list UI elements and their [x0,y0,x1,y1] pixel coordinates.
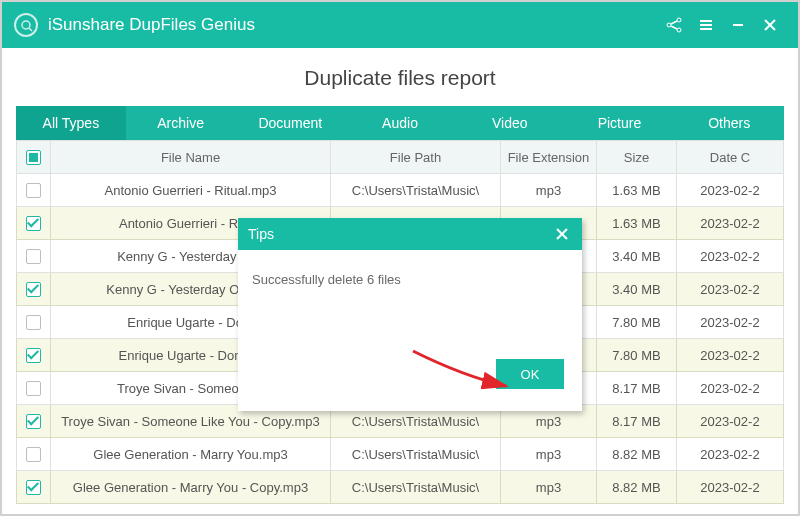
cell-file-ext: mp3 [501,471,597,504]
tab-archive[interactable]: Archive [126,106,236,140]
col-date[interactable]: Date C [677,141,784,174]
row-checkbox[interactable] [26,381,41,396]
cell-size: 8.17 MB [597,372,677,405]
tab-picture[interactable]: Picture [565,106,675,140]
share-button[interactable] [658,9,690,41]
cell-size: 8.17 MB [597,405,677,438]
close-button[interactable] [754,9,786,41]
menu-button[interactable] [690,9,722,41]
cell-size: 3.40 MB [597,273,677,306]
cell-date: 2023-02-2 [677,339,784,372]
filter-tabs: All Types Archive Document Audio Video P… [16,106,784,140]
svg-line-6 [671,26,677,29]
select-all-checkbox[interactable] [26,150,41,165]
cell-date: 2023-02-2 [677,471,784,504]
row-checkbox[interactable] [26,348,41,363]
cell-file-ext: mp3 [501,174,597,207]
dialog-message: Successfully delete 6 files [238,250,582,309]
svg-point-2 [677,18,681,22]
table-row[interactable]: Glee Generation - Marry You - Copy.mp3C:… [17,471,784,504]
tab-audio[interactable]: Audio [345,106,455,140]
row-checkbox[interactable] [26,447,41,462]
dialog-title: Tips [248,226,274,242]
cell-date: 2023-02-2 [677,273,784,306]
cell-date: 2023-02-2 [677,306,784,339]
cell-date: 2023-02-2 [677,405,784,438]
col-file-ext[interactable]: File Extension [501,141,597,174]
row-checkbox[interactable] [26,183,41,198]
app-logo-icon [14,13,38,37]
cell-size: 7.80 MB [597,339,677,372]
row-checkbox[interactable] [26,480,41,495]
page-title: Duplicate files report [2,48,798,106]
row-checkbox[interactable] [26,249,41,264]
row-checkbox[interactable] [26,282,41,297]
cell-date: 2023-02-2 [677,207,784,240]
cell-date: 2023-02-2 [677,438,784,471]
cell-file-name: Glee Generation - Marry You - Copy.mp3 [51,471,331,504]
cell-date: 2023-02-2 [677,174,784,207]
cell-file-name: Antonio Guerrieri - Ritual.mp3 [51,174,331,207]
tab-all-types[interactable]: All Types [16,106,126,140]
svg-point-4 [677,28,681,32]
tab-document[interactable]: Document [235,106,345,140]
cell-file-path: C:\Users\Trista\Music\ [331,174,501,207]
table-row[interactable]: Glee Generation - Marry You.mp3C:\Users\… [17,438,784,471]
row-checkbox[interactable] [26,315,41,330]
cell-size: 1.63 MB [597,207,677,240]
cell-file-ext: mp3 [501,438,597,471]
dialog-titlebar: Tips [238,218,582,250]
cell-date: 2023-02-2 [677,372,784,405]
cell-size: 8.82 MB [597,438,677,471]
svg-point-3 [667,23,671,27]
col-file-path[interactable]: File Path [331,141,501,174]
svg-point-0 [22,21,30,29]
titlebar: iSunshare DupFiles Genius [2,2,798,48]
col-file-name[interactable]: File Name [51,141,331,174]
tab-others[interactable]: Others [674,106,784,140]
svg-line-1 [29,28,32,31]
cell-size: 8.82 MB [597,471,677,504]
cell-size: 1.63 MB [597,174,677,207]
dialog-close-button[interactable] [552,224,572,244]
cell-file-path: C:\Users\Trista\Music\ [331,471,501,504]
row-checkbox[interactable] [26,216,41,231]
col-size[interactable]: Size [597,141,677,174]
cell-file-name: Glee Generation - Marry You.mp3 [51,438,331,471]
row-checkbox[interactable] [26,414,41,429]
cell-size: 3.40 MB [597,240,677,273]
app-title: iSunshare DupFiles Genius [48,15,255,35]
tab-video[interactable]: Video [455,106,565,140]
cell-date: 2023-02-2 [677,240,784,273]
tips-dialog: Tips Successfully delete 6 files OK [238,218,582,411]
cell-size: 7.80 MB [597,306,677,339]
ok-button[interactable]: OK [496,359,564,389]
app-window: iSunshare DupFiles Genius Duplicate file… [0,0,800,516]
cell-file-path: C:\Users\Trista\Music\ [331,438,501,471]
svg-line-5 [671,21,677,24]
minimize-button[interactable] [722,9,754,41]
table-row[interactable]: Antonio Guerrieri - Ritual.mp3C:\Users\T… [17,174,784,207]
table-header-row: File Name File Path File Extension Size … [17,141,784,174]
